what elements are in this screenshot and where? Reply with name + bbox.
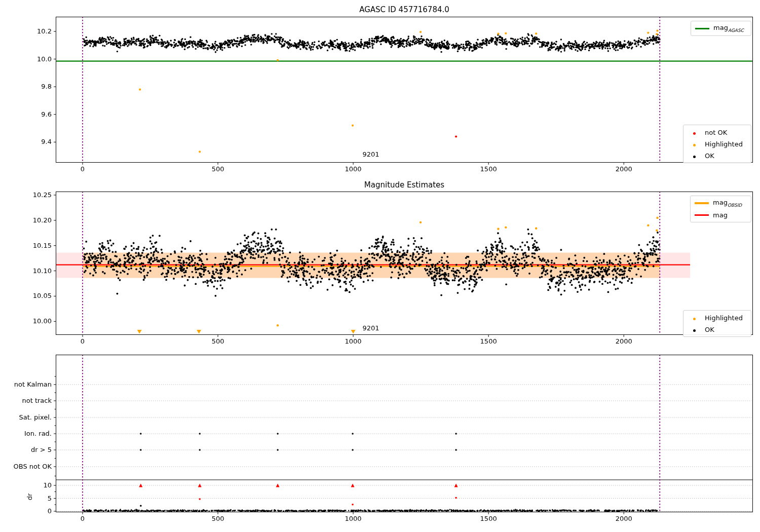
bot-category-label: OBS not OK: [1, 463, 52, 470]
legend-dot-swatch: [688, 152, 701, 160]
legend-label: mag: [713, 211, 728, 219]
bot-x-tick-label: 2000: [609, 515, 639, 522]
mid-x-tick-label: 1000: [338, 338, 368, 345]
bot-category-label: dr > 5: [1, 446, 52, 453]
top-y-tick-label: 10.0: [26, 56, 52, 63]
legend-row: mag: [695, 210, 747, 220]
bot-category-label: Ion. rad.: [1, 430, 52, 437]
mid-x-tick-label: 1500: [473, 338, 504, 345]
bot-x-tick-label: 1500: [473, 515, 504, 522]
legend-label: Highlighted: [705, 314, 743, 322]
bot-axes: [56, 355, 753, 512]
mid-y-tick-label: 10.25: [26, 192, 52, 199]
mid-y-tick-label: 10.00: [26, 318, 52, 325]
top-y-tick-label: 9.6: [26, 111, 52, 118]
legend-row: Highlighted: [688, 139, 747, 149]
legend-row: OK: [688, 324, 747, 334]
dr-tick-label: 0: [26, 508, 52, 515]
legend-row: magAGASC: [695, 23, 747, 33]
mid-plot-title: Magnitude Estimates: [56, 180, 753, 189]
mid-legend-lines: magOBSIDmag: [690, 196, 751, 222]
legend-label: OK: [705, 326, 714, 333]
top-y-tick-label: 10.2: [26, 28, 52, 35]
top-axes: [56, 17, 753, 163]
legend-row: Highlighted: [688, 313, 747, 323]
bot-x-tick-label: 1000: [338, 515, 368, 522]
top-obsid-annotation: 9201: [353, 150, 389, 158]
mid-legend-points: HighlightedOK: [683, 310, 751, 337]
top-legend-points: not OKHighlightedOK: [683, 125, 751, 163]
mid-y-tick-label: 10.20: [26, 217, 52, 224]
top-x-tick-label: 1000: [338, 166, 368, 173]
legend-label: magAGASC: [713, 24, 744, 33]
legend-dot-swatch: [688, 314, 701, 322]
mid-obsid-annotation: 9201: [353, 324, 389, 332]
mid-x-tick-label: 2000: [609, 338, 639, 345]
legend-line-swatch: [695, 202, 709, 204]
top-x-tick-label: 0: [67, 166, 98, 173]
mid-x-tick-label: 0: [67, 338, 98, 345]
figure: AGASC ID 457716784.0 Magnitude Estimates…: [0, 0, 760, 532]
bot-category-label: not Kalman: [1, 381, 52, 388]
legend-row: magOBSID: [695, 198, 747, 208]
bot-x-tick-label: 500: [203, 515, 233, 522]
legend-label: not OK: [705, 129, 727, 136]
mid-y-tick-label: 10.10: [26, 268, 52, 275]
dr-tick-label: 5: [26, 495, 52, 502]
legend-label: Highlighted: [705, 140, 743, 148]
top-y-tick-label: 9.4: [26, 138, 52, 145]
mid-y-tick-label: 10.15: [26, 242, 52, 249]
dr-tick-label: 10: [26, 482, 52, 489]
bot-x-tick-label: 0: [67, 515, 98, 522]
top-y-tick-label: 9.8: [26, 83, 52, 90]
mid-x-tick-label: 500: [203, 338, 233, 345]
top-legend-mag-agasc: magAGASC: [691, 21, 751, 36]
legend-label: magOBSID: [713, 199, 742, 208]
legend-line-swatch: [695, 214, 709, 216]
mid-y-tick-label: 10.05: [26, 292, 52, 299]
top-x-tick-label: 2000: [609, 166, 639, 173]
legend-dot-swatch: [688, 129, 701, 136]
top-plot-title: AGASC ID 457716784.0: [56, 5, 753, 14]
top-x-tick-label: 1500: [473, 166, 504, 173]
legend-dot-swatch: [688, 140, 701, 148]
bot-category-label: not track: [1, 397, 52, 404]
legend-row: not OK: [688, 127, 747, 137]
legend-dot-swatch: [688, 326, 701, 333]
bot-category-label: Sat. pixel.: [1, 414, 52, 421]
legend-line-swatch: [695, 28, 709, 29]
top-x-tick-label: 500: [203, 166, 233, 173]
legend-row: OK: [688, 150, 747, 161]
legend-label: OK: [705, 152, 714, 160]
mid-axes: [56, 192, 753, 335]
